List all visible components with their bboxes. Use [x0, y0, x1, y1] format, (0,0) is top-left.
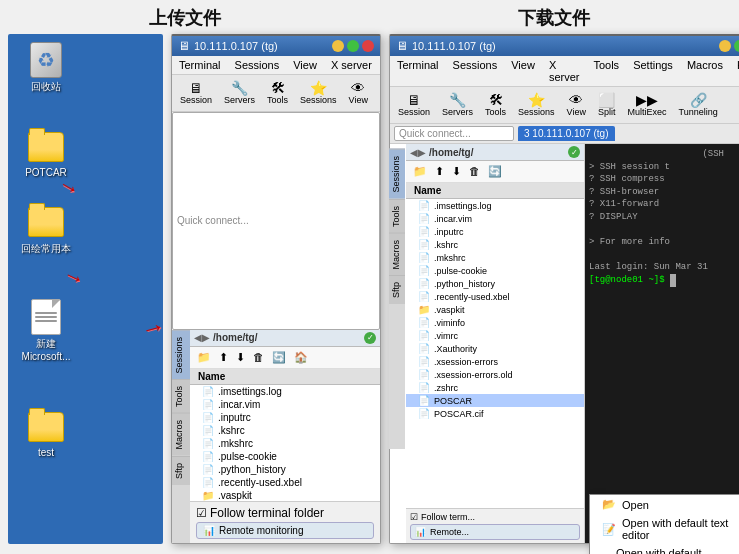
upload-menu-view[interactable]: View — [290, 58, 320, 72]
upload-vtab-tools[interactable]: Tools — [172, 379, 190, 413]
list-item[interactable]: 📄.pulse-cookie — [190, 450, 380, 463]
list-item[interactable]: 📄.xsession-errors.old — [406, 368, 584, 381]
list-item[interactable]: 📄.xsession-errors — [406, 355, 584, 368]
download-menu-macros[interactable]: Macros — [684, 58, 726, 84]
terminal-line: [tg@node01 ~]$ — [589, 274, 739, 287]
upload-follow-terminal[interactable]: ☑ Follow terminal folder — [196, 506, 374, 520]
desktop-icon-doc[interactable]: 新建 Microsoft... — [16, 299, 76, 362]
upload-minimize-button[interactable] — [332, 40, 344, 52]
upload-menu-xserver[interactable]: X server — [328, 58, 375, 72]
upload-maximize-button[interactable] — [347, 40, 359, 52]
upload-close-button[interactable] — [362, 40, 374, 52]
upload-ft-home[interactable]: 🏠 — [291, 349, 311, 366]
upload-vtab-sessions[interactable]: Sessions — [172, 330, 190, 380]
list-item[interactable]: 📄.python_history — [406, 277, 584, 290]
download-menu-xserver[interactable]: X server — [546, 58, 583, 84]
upload-tb-view[interactable]: 👁 View — [345, 78, 372, 108]
download-terminal: (SSH > SSH session t ? SSH compress ? SS… — [585, 144, 739, 543]
desktop-icon-folder2[interactable]: 回绘常用本 — [16, 204, 76, 256]
list-item[interactable]: 📄.python_history — [190, 463, 380, 476]
download-tb-session[interactable]: 🖥 Session — [394, 90, 434, 120]
download-tb-tunneling[interactable]: 🔗 Tunneling — [674, 90, 721, 120]
download-quick-connect[interactable]: Quick connect... — [394, 126, 514, 141]
list-item[interactable]: 📄.imsettings.log — [406, 199, 584, 212]
download-menu-sessions[interactable]: Sessions — [450, 58, 501, 84]
list-item-poscar-cif[interactable]: 📄POSCAR.cif — [406, 407, 584, 420]
upload-window-title: 10.111.0.107 (tg) — [194, 40, 278, 52]
download-file-toolbar: 📁 ⬆ ⬇ 🗑 🔄 — [406, 161, 584, 183]
list-item[interactable]: 📄.mkshrc — [406, 251, 584, 264]
upload-file-list[interactable]: 📄.imsettings.log 📄.incar.vim 📄.inputrc 📄… — [190, 385, 380, 502]
ctx-open[interactable]: 📂 Open — [590, 495, 739, 514]
list-item[interactable]: 📄.zshrc — [406, 381, 584, 394]
list-item-poscar[interactable]: 📄POSCAR — [406, 394, 584, 407]
list-item[interactable]: 📁.vaspkit — [406, 303, 584, 316]
list-item[interactable]: 📄.pulse-cookie — [406, 264, 584, 277]
download-follow-terminal[interactable]: ☑ Follow term... — [410, 512, 580, 522]
download-file-list[interactable]: 📄.imsettings.log 📄.incar.vim 📄.inputrc 📄… — [406, 199, 584, 508]
list-item[interactable]: 📄.vimrc — [406, 329, 584, 342]
list-item[interactable]: 📄.recently-used.xbel — [406, 290, 584, 303]
download-menu: Terminal Sessions View X server Tools Se… — [390, 56, 739, 87]
upload-menu-sessions[interactable]: Sessions — [232, 58, 283, 72]
download-ft-delete[interactable]: 🗑 — [466, 163, 483, 180]
download-ft-download[interactable]: ⬇ — [449, 163, 464, 180]
upload-remote-monitoring[interactable]: 📊 Remote monitoring — [196, 522, 374, 539]
download-menu-tools[interactable]: Tools — [590, 58, 622, 84]
list-item[interactable]: 📄.kshrc — [406, 238, 584, 251]
list-item[interactable]: 📄.incar.vim — [406, 212, 584, 225]
download-tb-view[interactable]: 👁 View — [563, 90, 590, 120]
download-ft-refresh[interactable]: 🔄 — [485, 163, 505, 180]
list-item[interactable]: 📄.imsettings.log — [190, 385, 380, 398]
upload-ft-delete[interactable]: 🗑 — [250, 349, 267, 366]
upload-ft-refresh[interactable]: 🔄 — [269, 349, 289, 366]
upload-quick-connect[interactable]: Quick connect... — [172, 112, 380, 330]
download-vtab-sessions[interactable]: Sessions — [390, 149, 405, 199]
upload-vtab-sftp[interactable]: Sftp — [172, 456, 190, 485]
upload-tb-sessions2[interactable]: ⭐ Sessions — [296, 78, 341, 108]
upload-tb-session[interactable]: 🖥 Session — [176, 78, 216, 108]
upload-menu-terminal[interactable]: Terminal — [176, 58, 224, 72]
download-vtab-sftp[interactable]: Sftp — [390, 275, 405, 304]
download-maximize-button[interactable] — [734, 40, 739, 52]
download-minimize-button[interactable] — [719, 40, 731, 52]
list-item[interactable]: 📄.recently-used.xbel — [190, 476, 380, 489]
download-remote-monitoring[interactable]: 📊 Remote... — [410, 524, 580, 540]
list-item[interactable]: 📄.inputrc — [190, 411, 380, 424]
upload-ft-download[interactable]: ⬇ — [233, 349, 248, 366]
upload-ft-upload[interactable]: ⬆ — [216, 349, 231, 366]
terminal-line — [589, 224, 739, 237]
upload-vtab-macros[interactable]: Macros — [172, 413, 190, 456]
desktop-icon-potcar[interactable]: POTCAR — [16, 129, 76, 178]
list-item[interactable]: 📄.inputrc — [406, 225, 584, 238]
download-ft-new[interactable]: 📁 — [410, 163, 430, 180]
download-vtab-macros[interactable]: Macros — [390, 233, 405, 276]
download-tb-servers[interactable]: 🔧 Servers — [438, 90, 477, 120]
upload-ft-new[interactable]: 📁 — [194, 349, 214, 366]
list-item[interactable]: 📄.incar.vim — [190, 398, 380, 411]
desktop-icon-test[interactable]: test — [16, 409, 76, 458]
download-menu-help[interactable]: Help — [734, 58, 739, 84]
download-menu-view[interactable]: View — [508, 58, 538, 84]
upload-tb-tools[interactable]: 🛠 Tools — [263, 78, 292, 108]
list-item[interactable]: 📄.kshrc — [190, 424, 380, 437]
download-ft-upload[interactable]: ⬆ — [432, 163, 447, 180]
download-vtab-tools[interactable]: Tools — [390, 199, 405, 233]
list-item[interactable]: 📄.mkshrc — [190, 437, 380, 450]
upload-window-panel: 🖥 10.111.0.107 (tg) Terminal Sessions Vi… — [171, 34, 381, 544]
download-tb-tools[interactable]: 🛠 Tools — [481, 90, 510, 120]
download-menu-settings[interactable]: Settings — [630, 58, 676, 84]
upload-tb-servers[interactable]: 🔧 Servers — [220, 78, 259, 108]
download-tb-multiexec[interactable]: ▶▶ MultiExec — [623, 90, 670, 120]
download-menu-terminal[interactable]: Terminal — [394, 58, 442, 84]
download-tb-sessions2[interactable]: ⭐ Sessions — [514, 90, 559, 120]
list-item[interactable]: 📁.vaspkit — [190, 489, 380, 502]
list-item[interactable]: 📄.Xauthority — [406, 342, 584, 355]
download-session-tab[interactable]: 3 10.111.0.107 (tg) — [518, 126, 615, 141]
download-remote-monitoring-label: Remote... — [430, 527, 469, 537]
list-item[interactable]: 📄.viminfo — [406, 316, 584, 329]
upload-path-bar: ◀▶ /home/tg/ ✓ — [190, 330, 380, 347]
ctx-open-text[interactable]: 📝 Open with default text editor — [590, 514, 739, 544]
download-tb-split[interactable]: ⬜ Split — [594, 90, 620, 120]
desktop-icon-recycle[interactable]: 回收站 — [16, 42, 76, 94]
